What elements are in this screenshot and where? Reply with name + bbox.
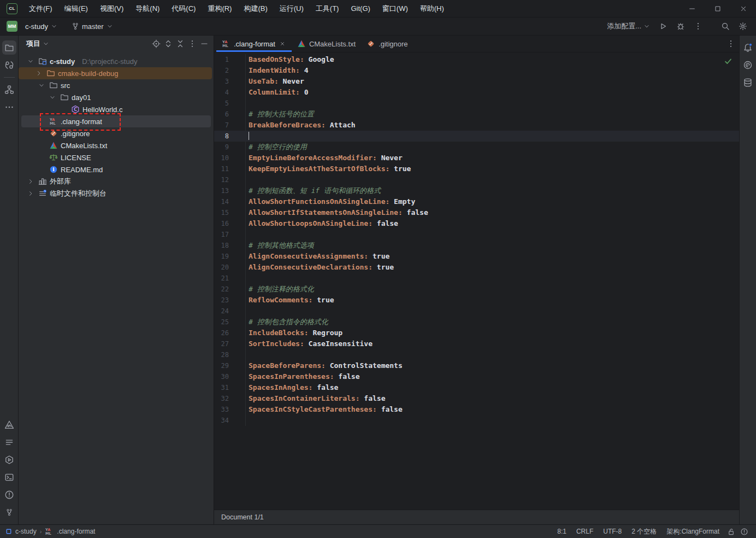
code-line-7[interactable]: 7BreakBeforeBraces: Attach [214, 120, 739, 131]
code-line-31[interactable]: 31SpacesInAngles: false [214, 382, 739, 393]
line-number[interactable]: 24 [214, 306, 246, 317]
line-number[interactable]: 21 [214, 273, 246, 284]
collapse-all-button[interactable] [174, 38, 186, 50]
chevron-down-icon[interactable] [48, 94, 57, 101]
tree-item-.gitignore[interactable]: .gitignore [21, 127, 211, 139]
line-number[interactable]: 5 [214, 98, 246, 109]
tree-item--[interactable]: 外部库 [21, 176, 211, 188]
maximize-button[interactable] [705, 0, 730, 17]
menu-item[interactable]: 导航(N) [129, 0, 166, 17]
avatar[interactable]: MM [7, 21, 17, 32]
code-line-2[interactable]: 2IndentWidth: 4 [214, 65, 739, 76]
chevron-right-icon[interactable] [26, 190, 36, 197]
minimize-button[interactable] [679, 0, 705, 17]
line-number[interactable]: 6 [214, 109, 246, 120]
line-number[interactable]: 18 [214, 240, 246, 251]
line-number[interactable]: 25 [214, 317, 246, 328]
code-line-22[interactable]: 22# 控制注释的格式化 [214, 284, 739, 295]
line-number[interactable]: 30 [214, 371, 246, 382]
chevron-right-icon[interactable] [26, 178, 36, 185]
code-line-15[interactable]: 15AllowShortIfStatementsOnASingleLine: f… [214, 207, 739, 218]
code-line-10[interactable]: 10EmptyLineBeforeAccessModifier: Never [214, 153, 739, 163]
line-number[interactable]: 7 [214, 120, 246, 131]
tool-stripe-services-button[interactable] [2, 453, 16, 467]
line-number[interactable]: 17 [214, 229, 246, 240]
code-line-17[interactable]: 17 [214, 229, 739, 240]
line-number[interactable]: 4 [214, 87, 246, 98]
tool-stripe-project-button[interactable] [2, 40, 16, 55]
minimize-button[interactable] [198, 38, 210, 50]
code-line-28[interactable]: 28 [214, 349, 739, 360]
menu-item[interactable]: 窗口(W) [376, 0, 414, 17]
menu-item[interactable]: 工具(T) [310, 0, 345, 17]
line-number[interactable]: 12 [214, 174, 246, 185]
settings-button[interactable] [735, 19, 751, 34]
tool-stripe-terminal-button[interactable] [2, 470, 16, 484]
tool-stripe-commit-button[interactable] [2, 58, 16, 72]
tool-stripe-alert-button[interactable] [2, 488, 16, 502]
status-item[interactable]: 2 个空格 [627, 525, 662, 538]
error-circle-button[interactable] [737, 525, 751, 538]
code-line-29[interactable]: 29SpaceBeforeParens: ControlStatements [214, 360, 739, 371]
line-number[interactable]: 15 [214, 207, 246, 218]
code-line-20[interactable]: 20AlignConsecutiveDeclarations: true [214, 262, 739, 273]
tool-stripe-bell-button[interactable] [741, 40, 755, 55]
code-editor[interactable]: 1BasedOnStyle: Google2IndentWidth: 43Use… [214, 52, 739, 510]
close-button[interactable] [730, 0, 756, 17]
menu-item[interactable]: 视图(V) [94, 0, 129, 17]
line-number[interactable]: 28 [214, 349, 246, 360]
line-number[interactable]: 2 [214, 65, 246, 76]
code-line-24[interactable]: 24 [214, 306, 739, 317]
status-item[interactable]: UTF-8 [598, 525, 627, 538]
more-actions-button[interactable] [690, 19, 706, 34]
branch-selector[interactable]: master [68, 20, 116, 33]
line-number[interactable]: 20 [214, 262, 246, 273]
kebab-button[interactable] [186, 38, 198, 50]
menu-item[interactable]: 文件(F) [23, 0, 58, 17]
code-line-23[interactable]: 23ReflowComments: true [214, 295, 739, 306]
menu-item[interactable]: 构建(B) [238, 0, 273, 17]
line-number[interactable]: 8 [214, 131, 246, 142]
code-line-4[interactable]: 4ColumnLimit: 0 [214, 87, 739, 98]
tool-stripe-problems-button[interactable] [2, 418, 16, 432]
line-number[interactable]: 16 [214, 218, 246, 229]
menu-item[interactable]: 编辑(E) [58, 0, 94, 17]
code-line-25[interactable]: 25# 控制包含指令的格式化 [214, 317, 739, 328]
tool-stripe-todo-button[interactable] [2, 435, 16, 449]
code-line-5[interactable]: 5 [214, 98, 739, 109]
status-item[interactable]: CRLF [571, 525, 598, 538]
code-line-26[interactable]: 26IncludeBlocks: Regroup [214, 328, 739, 338]
tool-stripe-branch-button[interactable] [2, 505, 16, 519]
tab-.gitignore[interactable]: .gitignore [361, 36, 413, 52]
line-number[interactable]: 19 [214, 251, 246, 262]
breadcrumb-file[interactable]: .clang-format [57, 528, 95, 535]
debug-button[interactable] [673, 19, 688, 34]
tool-stripe-structure-button[interactable] [2, 83, 16, 97]
line-number[interactable]: 10 [214, 153, 246, 163]
tree-item-helloworld.c[interactable]: CHelloWorld.c [21, 103, 211, 115]
line-number[interactable]: 14 [214, 196, 246, 207]
tab-.clang-format[interactable]: YAML.clang-format [216, 36, 292, 52]
line-number[interactable]: 29 [214, 360, 246, 371]
tab-options-button[interactable] [723, 36, 739, 52]
code-line-16[interactable]: 16AllowShortLoopsOnASingleLine: false [214, 218, 739, 229]
line-number[interactable]: 11 [214, 163, 246, 174]
line-number[interactable]: 31 [214, 382, 246, 393]
code-line-9[interactable]: 9# 控制空行的使用 [214, 142, 739, 153]
tool-stripe-database-button[interactable] [741, 75, 755, 90]
tree-item-day01[interactable]: day01 [21, 91, 211, 103]
status-item[interactable]: 架构:ClangFormat [662, 525, 724, 538]
tree-item-license[interactable]: LICENSE [21, 151, 211, 163]
tab-cmakelists.txt[interactable]: CMakeLists.txt [292, 36, 361, 52]
menu-item[interactable]: 帮助(H) [414, 0, 450, 17]
project-panel-title[interactable]: 项目 [26, 39, 49, 49]
code-line-18[interactable]: 18# 控制其他格式选项 [214, 240, 739, 251]
close-tab-icon[interactable] [279, 40, 286, 48]
chevron-down-icon[interactable] [26, 58, 36, 65]
code-line-34[interactable]: 34 [214, 415, 739, 426]
code-line-21[interactable]: 21 [214, 273, 739, 284]
chevron-down-icon[interactable] [37, 82, 46, 89]
code-line-6[interactable]: 6# 控制大括号的位置 [214, 109, 739, 120]
menu-item[interactable]: 运行(U) [274, 0, 310, 17]
code-line-32[interactable]: 32SpacesInContainerLiterals: false [214, 393, 739, 404]
